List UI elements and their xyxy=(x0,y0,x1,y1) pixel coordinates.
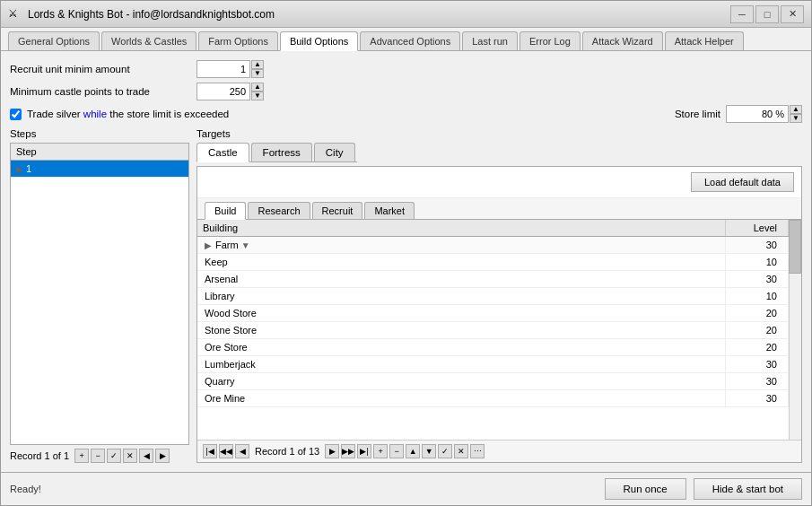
tab-attackhelper[interactable]: Attack Helper xyxy=(665,31,744,50)
build-nav-add[interactable]: + xyxy=(373,444,388,458)
tab-attackwizard[interactable]: Attack Wizard xyxy=(582,31,663,50)
recruit-option-line: Recruit unit minim amount ▲ ▼ xyxy=(10,60,802,78)
vertical-scrollbar[interactable] xyxy=(789,220,801,440)
build-nav-first[interactable]: |◀ xyxy=(203,444,217,458)
build-nav-prev[interactable]: ◀ xyxy=(235,444,249,458)
build-nav-next-page[interactable]: ▶▶ xyxy=(341,444,355,458)
castle-points-up-button[interactable]: ▲ xyxy=(251,83,264,92)
steps-nav-remove[interactable]: − xyxy=(91,449,105,463)
table-row[interactable]: ▶ 1 xyxy=(11,161,188,178)
steps-nav: Record 1 of 1 + − ✓ ✕ ◀ ▶ xyxy=(10,449,189,463)
table-row[interactable]: Library10 xyxy=(197,288,801,305)
build-nav-remove[interactable]: − xyxy=(389,444,404,458)
minimize-button[interactable]: ─ xyxy=(730,5,754,23)
build-nav-down[interactable]: ▼ xyxy=(422,444,436,458)
table-row[interactable]: Wood Store20 xyxy=(197,305,801,322)
status-text: Ready! xyxy=(10,484,41,494)
tab-lastrun[interactable]: Last run xyxy=(462,31,518,50)
table-row[interactable]: Ore Store20 xyxy=(197,339,801,356)
building-name-cell: Quarry xyxy=(197,373,726,390)
building-name-cell: Stone Store xyxy=(197,322,726,339)
building-name-cell: Ore Mine xyxy=(197,390,726,407)
title-bar-left: ⚔ Lords & Knights Bot - info@lordsandkni… xyxy=(8,7,275,22)
store-limit-input[interactable] xyxy=(726,105,789,123)
build-tab-build[interactable]: Build xyxy=(205,202,246,220)
hide-start-button[interactable]: Hide & start bot xyxy=(694,478,802,500)
building-level-cell: 30 xyxy=(726,356,789,373)
step-arrow-icon: ▶ xyxy=(16,164,23,174)
tab-general[interactable]: General Options xyxy=(8,31,100,50)
steps-nav-add[interactable]: + xyxy=(74,449,89,463)
table-row[interactable]: Arsenal30 xyxy=(197,271,801,288)
table-row[interactable]: Stone Store20 xyxy=(197,322,801,339)
trade-silver-checkbox[interactable] xyxy=(10,109,22,120)
recruit-spinner-buttons: ▲ ▼ xyxy=(251,60,264,78)
castle-tab-castle[interactable]: Castle xyxy=(196,143,249,162)
maximize-button[interactable]: □ xyxy=(755,5,779,23)
while-link[interactable]: while xyxy=(83,109,109,119)
main-tab-bar: General Options Worlds & Castles Farm Op… xyxy=(1,28,811,51)
window-title: Lords & Knights Bot - info@lordsandknigh… xyxy=(28,8,275,21)
trade-silver-checkbox-line: Trade silver while the store limit is ex… xyxy=(10,109,229,120)
table-row[interactable]: Keep10 xyxy=(197,254,801,271)
store-limit-up-button[interactable]: ▲ xyxy=(790,105,802,114)
table-row[interactable]: ▶Farm ▼30 xyxy=(197,237,801,254)
building-level-cell: 10 xyxy=(726,288,789,305)
build-tab-market[interactable]: Market xyxy=(364,202,415,219)
main-section: Steps Step ▶ 1 xyxy=(10,128,802,463)
castle-points-spinner: ▲ ▼ xyxy=(196,83,264,100)
trade-silver-row: Trade silver while the store limit is ex… xyxy=(10,105,802,123)
castle-points-input[interactable] xyxy=(196,83,250,100)
castle-header: Load default data xyxy=(197,167,801,198)
tab-advanced[interactable]: Advanced Options xyxy=(360,31,460,50)
building-name-cell: Arsenal xyxy=(197,271,726,288)
castle-points-option-line: Minimum castle points to trade ▲ ▼ xyxy=(10,83,802,100)
build-tab-research[interactable]: Research xyxy=(248,202,310,219)
tab-errorlog[interactable]: Error Log xyxy=(520,31,581,50)
recruit-up-button[interactable]: ▲ xyxy=(251,60,264,69)
store-limit-group: Store limit ▲ ▼ xyxy=(675,105,802,123)
build-nav-up[interactable]: ▲ xyxy=(406,444,420,458)
building-name-cell: ▶Farm ▼ xyxy=(197,237,726,254)
castle-points-down-button[interactable]: ▼ xyxy=(251,92,264,100)
recruit-input[interactable] xyxy=(196,60,250,78)
castle-tab-fortress[interactable]: Fortress xyxy=(251,143,312,161)
building-level-cell: 30 xyxy=(726,390,789,407)
scrollbar-thumb[interactable] xyxy=(789,220,801,274)
close-button[interactable]: ✕ xyxy=(781,5,804,23)
step-cell: ▶ 1 xyxy=(11,161,188,178)
building-table-container: Building Level ▶Farm ▼30Keep10Arsenal30L… xyxy=(197,220,801,440)
run-once-button[interactable]: Run once xyxy=(605,478,686,500)
recruit-label: Recruit unit minim amount xyxy=(10,64,189,74)
build-nav-x[interactable]: ✕ xyxy=(454,444,468,458)
table-row[interactable]: Ore Mine30 xyxy=(197,390,801,407)
main-window: ⚔ Lords & Knights Bot - info@lordsandkni… xyxy=(0,0,812,506)
store-limit-down-button[interactable]: ▼ xyxy=(790,114,802,123)
load-default-button[interactable]: Load default data xyxy=(691,172,794,192)
build-nav-dots[interactable]: ⋯ xyxy=(470,444,485,458)
tab-farm[interactable]: Farm Options xyxy=(198,31,278,50)
build-nav-next[interactable]: ▶ xyxy=(325,444,339,458)
steps-nav-prev[interactable]: ◀ xyxy=(139,449,153,463)
store-limit-spinner: ▲ ▼ xyxy=(726,105,802,123)
targets-panel: Targets Castle Fortress City Load defaul… xyxy=(196,128,802,463)
steps-record-label: Record 1 of 1 xyxy=(10,450,69,461)
dropdown-icon: ▼ xyxy=(241,240,250,250)
steps-nav-x[interactable]: ✕ xyxy=(123,449,137,463)
bottom-bar: Ready! Run once Hide & start bot xyxy=(1,472,811,505)
build-tab-recruit[interactable]: Recruit xyxy=(312,202,363,219)
castle-tab-city[interactable]: City xyxy=(314,143,355,161)
table-row[interactable]: Lumberjack30 xyxy=(197,356,801,373)
table-row[interactable]: Quarry30 xyxy=(197,373,801,390)
tab-build[interactable]: Build Options xyxy=(280,31,358,51)
build-nav-check[interactable]: ✓ xyxy=(438,444,452,458)
trade-silver-label: Trade silver while the store limit is ex… xyxy=(27,109,229,119)
build-nav-prev-page[interactable]: ◀◀ xyxy=(219,444,233,458)
building-table: Building Level ▶Farm ▼30Keep10Arsenal30L… xyxy=(197,220,801,407)
steps-nav-check[interactable]: ✓ xyxy=(107,449,121,463)
tab-worlds[interactable]: Worlds & Castles xyxy=(101,31,196,50)
steps-nav-next[interactable]: ▶ xyxy=(155,449,170,463)
castle-points-label: Minimum castle points to trade xyxy=(10,86,189,97)
recruit-down-button[interactable]: ▼ xyxy=(251,69,264,78)
build-nav-last[interactable]: ▶| xyxy=(357,444,371,458)
